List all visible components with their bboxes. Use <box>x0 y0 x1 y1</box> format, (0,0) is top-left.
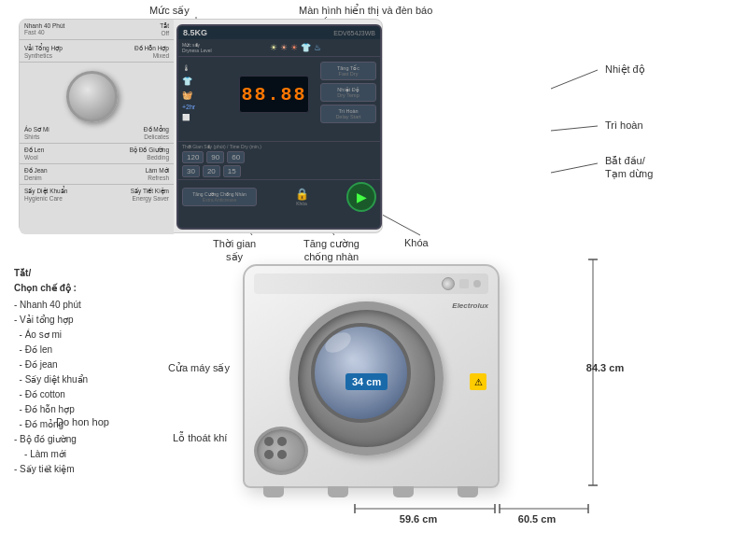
time-20[interactable]: 20 <box>203 165 220 177</box>
foot-3 <box>393 486 414 497</box>
muc-say-label: Mức sấy <box>149 5 190 17</box>
desc-item-12: - Sấy tiết kiệm <box>14 462 187 477</box>
lo-thoat-khi-label: Lỗ thoát khí <box>173 432 227 444</box>
mode-row-3: Đồ LenWool Bộ Đồ GiườngBedding <box>20 144 174 164</box>
desc-item-3: - Áo sơ mi <box>14 328 187 343</box>
machine-feet <box>263 486 478 497</box>
desc-item-1: - Nhanh 40 phút <box>14 298 187 313</box>
desc-item-10: - Bộ đồ giường <box>14 432 187 447</box>
desc-item-2: - Vải tổng hợp <box>14 313 187 328</box>
display-main: 🌡 👕 🧺 +2hr ⬜ 88.88 Tăng TốcFast Dry Nhiệ… <box>178 57 380 141</box>
foot-1 <box>263 486 284 497</box>
man-hinh-label: Màn hình hiển thị và đèn báo <box>299 5 432 17</box>
svg-line-4 <box>551 163 598 173</box>
time-60[interactable]: 60 <box>227 151 245 163</box>
brand-logo: Electrolux <box>452 301 488 310</box>
main-container: Mức sấy Màn hình hiển thị và đèn báo Nhi… <box>0 0 747 560</box>
width-front-label: 59.6 cm <box>400 513 437 525</box>
desc-item-7: - Đồ cotton <box>14 387 187 402</box>
mode-row-1: Vải Tổng HợpSynthetics Đồ Hỗn HợpMixed <box>20 42 174 63</box>
door-diameter-label: 34 cm <box>345 373 388 390</box>
lock-label: Khóa <box>296 201 307 206</box>
vent-hole-3 <box>264 450 274 459</box>
delay-btn[interactable]: Trì HoànDelay Start <box>320 105 376 123</box>
right-controls: Tăng TốcFast Dry Nhiệt ĐộDry Temp Trì Ho… <box>320 62 376 123</box>
panel-circle-1 <box>442 277 455 290</box>
svg-line-2 <box>551 70 598 89</box>
desc-title: Tắt/Chọn chế độ : <box>14 266 187 296</box>
bottom-row: Tăng Cường Chống NhànExtra Anticrease 🔒 … <box>178 179 380 214</box>
desc-item-4: - Đồ len <box>14 343 187 357</box>
machine-body: 34 cm Electrolux ⚠ <box>243 264 500 488</box>
machine-area: 34 cm Electrolux ⚠ Cửa máy sấy <box>215 250 570 516</box>
svg-line-3 <box>551 126 598 131</box>
start-pause-button[interactable]: ▶ <box>346 182 376 212</box>
lock-area: 🔒 Khóa <box>295 188 309 206</box>
time-row: Thời Gian Sấy (phút) / Time Dry (min.) 1… <box>178 141 380 179</box>
mode-knob[interactable] <box>66 71 118 122</box>
time-buttons-bottom: 30 20 15 <box>182 165 376 177</box>
time-90[interactable]: 90 <box>206 151 224 163</box>
vent-hole-2 <box>277 437 287 446</box>
wash-icons: 🌡 👕 🧺 +2hr ⬜ <box>182 62 195 123</box>
mode-row-2: Áo Sơ MiShirts Đồ MỏngDelicates <box>20 123 174 144</box>
digit-display: 88.88 <box>239 76 309 113</box>
control-panel: Nhanh 40 PhútFast 40 TắtOff Vải Tổng Hợp… <box>19 19 383 233</box>
foot-4 <box>458 486 478 497</box>
desc-item-5: - Đồ jean <box>14 357 187 372</box>
lock-icon: 🔒 <box>295 188 309 201</box>
display-weight: 8.5KG <box>183 28 207 37</box>
display-header: 8.5KG EDV654J3WB <box>178 26 380 39</box>
panel-rect <box>459 279 469 288</box>
dryness-icons: ☀ ☀ ☀ 👕 ♨ <box>215 43 376 52</box>
vent-hole-4 <box>277 450 287 459</box>
mode-row-0: Nhanh 40 PhútFast 40 TắtOff <box>20 20 174 40</box>
display-model: EDV654J3WB <box>333 30 375 36</box>
speed-btn[interactable]: Tăng TốcFast Dry <box>320 62 376 80</box>
time-120[interactable]: 120 <box>182 151 204 163</box>
cua-may-say-label: Cửa máy sấy <box>168 362 230 374</box>
height-label: 84.3 cm <box>586 362 624 373</box>
foot-2 <box>328 486 348 497</box>
tri-hoan-label: Trì hoàn <box>605 119 643 131</box>
time-15[interactable]: 15 <box>223 165 241 177</box>
desc-item-6: - Sấy diệt khuẩn <box>14 372 187 387</box>
machine-control-strip <box>254 273 488 294</box>
description-text: Tắt/Chọn chế độ : - Nhanh 40 phút - Vải … <box>14 266 187 477</box>
bat-dau-label: Bắt đầu/Tạm dừng <box>605 154 653 181</box>
digital-display: 8.5KG EDV654J3WB Mức sấyDryness Level ☀ … <box>176 24 382 230</box>
nhiet-do-label: Nhiệt độ <box>605 63 645 76</box>
temp-btn[interactable]: Nhiệt ĐộDry Temp <box>320 83 376 102</box>
machine-vent <box>254 427 308 475</box>
panel-circle-2 <box>473 280 481 287</box>
door-highlight <box>322 329 355 357</box>
mode-row-5: Sấy Diệt KhuẩnHygienic Care Sấy Tiết Kiệ… <box>20 185 174 204</box>
do-hon-hop-label: Do hon hop <box>56 416 109 427</box>
warning-sticker: ⚠ <box>470 373 486 390</box>
mode-row-4: Đồ JeanDenim Làm MớiRefresh <box>20 164 174 185</box>
desc-item-8: - Đồ hỗn hợp <box>14 402 187 417</box>
width-side-label: 60.5 cm <box>518 513 556 525</box>
dryness-row: Mức sấyDryness Level ☀ ☀ ☀ 👕 ♨ <box>178 39 380 57</box>
vent-hole-1 <box>264 437 274 446</box>
khoa-label: Khóa <box>404 237 429 248</box>
time-30[interactable]: 30 <box>182 165 200 177</box>
anti-crease-btn[interactable]: Tăng Cường Chống NhànExtra Anticrease <box>182 188 257 206</box>
desc-item-11: - Làm mới <box>14 447 187 462</box>
time-buttons-top: 120 90 60 <box>182 151 376 163</box>
